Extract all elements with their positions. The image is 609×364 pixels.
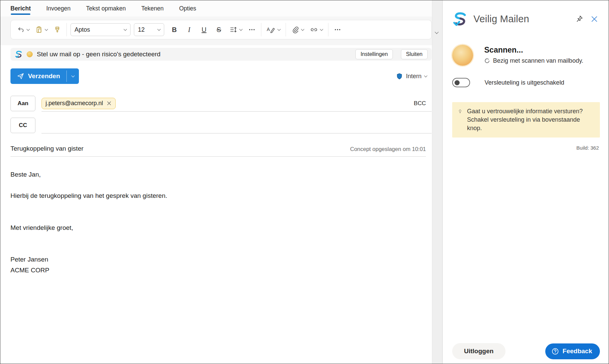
paste-icon	[35, 26, 43, 33]
send-row: Verzenden Intern	[10, 68, 432, 84]
tab-label: Invoegen	[46, 5, 70, 12]
text-pen-icon: A	[267, 26, 276, 34]
compose-area: Bericht Invoegen Tekst opmaken Tekenen O…	[0, 0, 432, 364]
close-icon	[590, 15, 598, 23]
send-label: Verzenden	[28, 72, 60, 80]
cc-row: CC	[10, 117, 432, 133]
scan-status-row: Bezig met scannen van mailbody.	[484, 57, 583, 64]
pin-icon	[575, 15, 583, 23]
chevron-down-icon	[301, 27, 304, 31]
build-number: Build: 362	[453, 145, 599, 151]
veilig-mailen-banner: Stel uw mail op - geen risico's gedetect…	[10, 48, 432, 61]
toolbar-divider	[66, 23, 67, 36]
ellipsis-icon	[248, 26, 256, 33]
collapse-ribbon-chevron-icon[interactable]	[435, 30, 438, 34]
toolbar-overflow-button[interactable]	[331, 23, 344, 37]
tab-tekenen[interactable]: Tekenen	[141, 0, 164, 17]
scan-section: Scannen... Bezig met scannen van mailbod…	[452, 45, 600, 66]
cc-button[interactable]: CC	[10, 118, 35, 133]
encryption-toggle-row: Versleuteling is uitgeschakeld	[452, 78, 600, 87]
panel-title: Veilig Mailen	[473, 13, 529, 25]
chevron-down-icon	[424, 74, 428, 77]
tab-opties[interactable]: Opties	[179, 0, 196, 17]
to-button[interactable]: Aan	[10, 96, 35, 111]
subject-row: Terugkoppeling van gister Concept opgesl…	[10, 145, 426, 157]
tab-label: Bericht	[10, 5, 31, 12]
to-field[interactable]: j.peters@acmecorp.nl BCC	[41, 95, 432, 112]
chevron-down-icon	[278, 27, 281, 31]
lightbulb-icon	[458, 107, 462, 116]
to-row: Aan j.peters@acmecorp.nl BCC	[10, 95, 432, 112]
toolbar-divider	[286, 23, 286, 36]
strikethrough-button[interactable]: S	[211, 23, 226, 37]
chevron-down-icon	[27, 27, 30, 31]
attach-file-button[interactable]	[288, 23, 307, 37]
encryption-toggle-label: Versleuteling is uitgeschakeld	[485, 79, 564, 86]
message-body-editor[interactable]: Beste Jan, Hierbij de terugkoppeling van…	[10, 169, 415, 275]
veilig-mailen-panel: Veilig Mailen Scannen...	[442, 0, 609, 364]
chevron-down-icon	[71, 74, 75, 77]
subject-input[interactable]: Terugkoppeling van gister	[10, 145, 84, 152]
font-name-select[interactable]: Aptos	[70, 23, 130, 36]
tab-invoegen[interactable]: Invoegen	[46, 0, 70, 17]
underline-button[interactable]: U	[197, 23, 211, 37]
undo-icon	[17, 26, 25, 33]
link-icon	[310, 26, 318, 34]
scan-text: Scannen... Bezig met scannen van mailbod…	[484, 45, 583, 66]
close-panel-button[interactable]	[589, 14, 599, 24]
scan-status-dot-icon	[27, 51, 33, 57]
chevron-down-icon	[239, 27, 243, 31]
encryption-toggle[interactable]	[452, 78, 470, 87]
cc-field[interactable]	[41, 117, 432, 133]
remove-recipient-icon[interactable]	[107, 101, 112, 106]
banner-close-button[interactable]: Sluiten	[401, 49, 428, 59]
send-options-dropdown[interactable]	[67, 68, 79, 84]
pin-panel-button[interactable]	[574, 14, 584, 24]
paste-button[interactable]	[32, 23, 51, 37]
more-formatting-button[interactable]	[245, 23, 259, 37]
outlook-compose-window: Bericht Invoegen Tekst opmaken Tekenen O…	[0, 0, 609, 364]
veilig-mailen-logo-icon	[452, 11, 467, 27]
line-spacing-button[interactable]	[226, 23, 245, 37]
scan-avatar-icon	[452, 45, 473, 66]
text-pen-button[interactable]: A	[264, 23, 283, 37]
panel-header: Veilig Mailen	[443, 0, 609, 27]
scan-status-text: Bezig met scannen van mailbody.	[493, 57, 583, 64]
panel-footer: Uitloggen Feedback	[452, 343, 600, 359]
format-painter-icon	[54, 26, 61, 33]
veilig-mailen-logo-icon	[14, 50, 23, 58]
insert-link-button[interactable]	[307, 23, 326, 37]
font-size-select[interactable]: 12	[134, 23, 164, 36]
scan-title: Scannen...	[484, 46, 583, 55]
send-split-button: Verzenden	[10, 68, 79, 84]
ellipsis-icon	[334, 26, 341, 33]
undo-button[interactable]	[14, 23, 32, 37]
banner-settings-button[interactable]: Instellingen	[355, 49, 393, 59]
ribbon-toolbar: Aptos 12 B I U S	[10, 20, 432, 39]
chevron-down-icon	[124, 27, 127, 31]
italic-button[interactable]: I	[182, 23, 197, 37]
format-painter-button[interactable]	[51, 23, 64, 37]
toolbar-divider	[261, 23, 261, 36]
chevron-down-icon	[320, 27, 323, 31]
bcc-toggle[interactable]: BCC	[414, 100, 426, 107]
help-circle-icon	[551, 347, 559, 355]
send-button[interactable]: Verzenden	[10, 68, 66, 84]
chevron-down-icon	[45, 27, 48, 31]
recipient-chip[interactable]: j.peters@acmecorp.nl	[41, 98, 116, 109]
tab-bericht[interactable]: Bericht	[10, 0, 31, 17]
sensitivity-dropdown[interactable]: Intern	[396, 73, 432, 80]
tab-tekst-opmaken[interactable]: Tekst opmaken	[86, 0, 126, 17]
feedback-button[interactable]: Feedback	[545, 343, 600, 359]
send-icon	[17, 72, 24, 80]
font-size-value: 12	[138, 26, 145, 33]
bold-button[interactable]: B	[167, 23, 182, 37]
toolbar-divider	[328, 23, 328, 36]
draft-saved-status: Concept opgeslagen om 10:01	[350, 146, 426, 152]
logout-button[interactable]: Uitloggen	[452, 343, 505, 359]
feedback-label: Feedback	[562, 347, 592, 355]
line-spacing-icon	[229, 26, 237, 34]
font-name-value: Aptos	[75, 26, 90, 33]
shield-icon	[396, 73, 403, 80]
notice-text: Gaat u vertrouwelijke informatie verstur…	[467, 107, 594, 132]
